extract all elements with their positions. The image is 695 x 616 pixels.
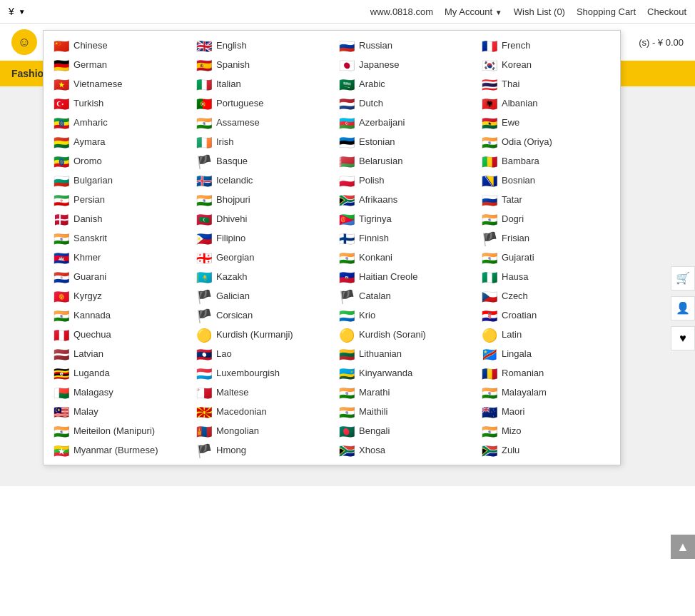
lang-item[interactable]: 🇪🇹Oromo bbox=[46, 152, 189, 170]
lang-item[interactable]: 🇰🇭Khmer bbox=[46, 248, 189, 266]
lang-item[interactable]: 🏴Hmong bbox=[189, 441, 332, 459]
lang-item[interactable]: 🇲🇲Myanmar (Burmese) bbox=[46, 441, 189, 459]
flag-icon: 🏴 bbox=[339, 291, 355, 301]
lang-item[interactable]: 🇮🇳Konkani bbox=[332, 248, 475, 266]
lang-item[interactable]: 🇰🇬Kyrgyz bbox=[46, 287, 189, 305]
lang-item[interactable]: 🇪🇹Amharic bbox=[46, 113, 189, 131]
lang-item[interactable]: 🏴Corsican bbox=[189, 306, 332, 324]
lang-item[interactable]: 🇱🇺Luxembourgish bbox=[189, 364, 332, 382]
lang-item[interactable]: 🇲🇾Malay bbox=[46, 403, 189, 420]
heart-icon[interactable]: ♥ bbox=[671, 326, 695, 350]
lang-item[interactable]: 🇷🇺Tatar bbox=[475, 191, 617, 208]
lang-item[interactable]: 🟡Latin bbox=[475, 325, 617, 343]
lang-item[interactable]: 🇮🇳Marathi bbox=[332, 383, 475, 401]
lang-item[interactable]: 🇦🇱Albanian bbox=[475, 94, 617, 112]
lang-item[interactable]: 🇿🇦Zulu bbox=[475, 441, 617, 459]
lang-item[interactable]: 🇱🇹Lithuanian bbox=[332, 345, 475, 363]
lang-item[interactable]: 🇯🇵Japanese bbox=[332, 56, 475, 74]
lang-item[interactable]: 🏴Catalan bbox=[332, 287, 475, 305]
lang-item[interactable]: 🇬🇧English bbox=[189, 36, 332, 54]
lang-item[interactable]: 🇷🇴Romanian bbox=[475, 364, 617, 382]
lang-item[interactable]: 🇫🇷French bbox=[475, 36, 617, 54]
lang-item[interactable]: 🇮🇳Kannada bbox=[46, 306, 189, 324]
lang-item[interactable]: 🇳🇱Dutch bbox=[332, 94, 475, 112]
lang-item[interactable]: 🇫🇮Finnish bbox=[332, 229, 475, 247]
lang-item[interactable]: 🇧🇴Aymara bbox=[46, 133, 189, 151]
lang-item[interactable]: 🇸🇱Krio bbox=[332, 306, 475, 324]
lang-item[interactable]: 🇰🇷Korean bbox=[475, 56, 617, 74]
lang-item[interactable]: 🇮🇳Sanskrit bbox=[46, 229, 189, 247]
lang-item[interactable]: 🇲🇹Maltese bbox=[189, 383, 332, 401]
lang-item[interactable]: 🇬🇭Ewe bbox=[475, 113, 617, 131]
lang-item[interactable]: 🇨🇿Czech bbox=[475, 287, 617, 305]
lang-item[interactable]: 🇭🇷Croatian bbox=[475, 306, 617, 324]
lang-item[interactable]: 🇿🇦Afrikaans bbox=[332, 191, 475, 208]
lang-item[interactable]: 🇮🇳Maithili bbox=[332, 403, 475, 420]
lang-item[interactable]: 🇲🇰Macedonian bbox=[189, 403, 332, 420]
lang-item[interactable]: 🇲🇳Mongolian bbox=[189, 422, 332, 440]
lang-item[interactable]: 🇧🇩Bengali bbox=[332, 422, 475, 440]
lang-item[interactable]: 🇮🇳Mizo bbox=[475, 422, 617, 440]
lang-item[interactable]: 🏴Frisian bbox=[475, 229, 617, 247]
lang-item[interactable]: 🇱🇦Lao bbox=[189, 345, 332, 363]
lang-item[interactable]: 🟡Kurdish (Kurmanji) bbox=[189, 325, 332, 343]
lang-item[interactable]: 🇮🇳Bhojpuri bbox=[189, 191, 332, 208]
lang-item[interactable]: 🇷🇺Russian bbox=[332, 36, 475, 54]
lang-item[interactable]: 🇷🇼Kinyarwanda bbox=[332, 364, 475, 382]
lang-item[interactable]: 🇩🇪German bbox=[46, 56, 189, 74]
lang-item[interactable]: 🇮🇹Italian bbox=[189, 75, 332, 93]
lang-item[interactable]: 🇪🇪Estonian bbox=[332, 133, 475, 151]
lang-item[interactable]: 🇮🇳Malayalam bbox=[475, 383, 617, 401]
lang-item[interactable]: 🇹🇷Turkish bbox=[46, 94, 189, 112]
lang-item[interactable]: 🇳🇿Maori bbox=[475, 403, 617, 420]
lang-item[interactable]: 🇮🇳Dogri bbox=[475, 210, 617, 228]
lang-item[interactable]: 🇪🇷Tigrinya bbox=[332, 210, 475, 228]
lang-item[interactable]: 🇭🇹Haitian Creole bbox=[332, 268, 475, 286]
lang-item[interactable]: 🇵🇾Guarani bbox=[46, 268, 189, 286]
lang-item[interactable]: 🇵🇭Filipino bbox=[189, 229, 332, 247]
lang-name: Dhivehi bbox=[216, 213, 247, 224]
lang-item[interactable]: 🇻🇳Vietnamese bbox=[46, 75, 189, 93]
lang-item[interactable]: 🇮🇳Odia (Oriya) bbox=[475, 133, 617, 151]
lang-item[interactable]: 🇳🇬Hausa bbox=[475, 268, 617, 286]
lang-item[interactable]: 🏴Galician bbox=[189, 287, 332, 305]
lang-item[interactable]: 🇨🇩Lingala bbox=[475, 345, 617, 363]
lang-item[interactable]: 🇵🇱Polish bbox=[332, 171, 475, 189]
lang-item[interactable]: 🟡Kurdish (Sorani) bbox=[332, 325, 475, 343]
lang-item[interactable]: 🇬🇪Georgian bbox=[189, 248, 332, 266]
lang-item[interactable]: 🇱🇻Latvian bbox=[46, 345, 189, 363]
lang-item[interactable]: 🇵🇪Quechua bbox=[46, 325, 189, 343]
wishlist-link[interactable]: Wish List (0) bbox=[514, 6, 565, 17]
lang-item[interactable]: 🇵🇹Portuguese bbox=[189, 94, 332, 112]
lang-item[interactable]: 🇩🇰Danish bbox=[46, 210, 189, 228]
lang-item[interactable]: 🇸🇦Arabic bbox=[332, 75, 475, 93]
lang-item[interactable]: 🇮🇳Meiteilon (Manipuri) bbox=[46, 422, 189, 440]
scroll-top-button[interactable]: ▲ bbox=[671, 535, 695, 559]
lang-item[interactable]: 🇲🇻Dhivehi bbox=[189, 210, 332, 228]
lang-item[interactable]: 🇿🇦Xhosa bbox=[332, 441, 475, 459]
lang-item[interactable]: 🇮🇪Irish bbox=[189, 133, 332, 151]
lang-item[interactable]: 🇮🇷Persian bbox=[46, 191, 189, 208]
lang-item[interactable]: 🇲🇱Bambara bbox=[475, 152, 617, 170]
lang-item[interactable]: 🇮🇸Icelandic bbox=[189, 171, 332, 189]
lang-item[interactable]: 🇮🇳Gujarati bbox=[475, 248, 617, 266]
cart-icon[interactable]: 🛒 bbox=[671, 266, 695, 291]
lang-item[interactable]: 🏴Basque bbox=[189, 152, 332, 170]
lang-item[interactable]: 🇧🇦Bosnian bbox=[475, 171, 617, 189]
lang-item[interactable]: 🇧🇬Bulgarian bbox=[46, 171, 189, 189]
user-icon[interactable]: 👤 bbox=[671, 296, 695, 320]
my-account-link[interactable]: My Account ▼ bbox=[445, 6, 502, 17]
lang-item[interactable]: 🇪🇸Spanish bbox=[189, 56, 332, 74]
checkout-link[interactable]: Checkout bbox=[647, 6, 686, 17]
lang-item[interactable]: 🇦🇿Azerbaijani bbox=[332, 113, 475, 131]
lang-item[interactable]: 🇮🇳Assamese bbox=[189, 113, 332, 131]
currency-down-arrow[interactable]: ▼ bbox=[19, 8, 26, 16]
currency-selector[interactable]: ¥ ▼ bbox=[9, 6, 26, 17]
lang-item[interactable]: 🇧🇾Belarusian bbox=[332, 152, 475, 170]
lang-item[interactable]: 🇨🇳Chinese bbox=[46, 36, 189, 54]
lang-item[interactable]: 🇺🇬Luganda bbox=[46, 364, 189, 382]
lang-item[interactable]: 🇲🇬Malagasy bbox=[46, 383, 189, 401]
lang-item[interactable]: 🇹🇭Thai bbox=[475, 75, 617, 93]
lang-item[interactable]: 🇰🇿Kazakh bbox=[189, 268, 332, 286]
shopping-cart-link[interactable]: Shopping Cart bbox=[577, 6, 636, 17]
